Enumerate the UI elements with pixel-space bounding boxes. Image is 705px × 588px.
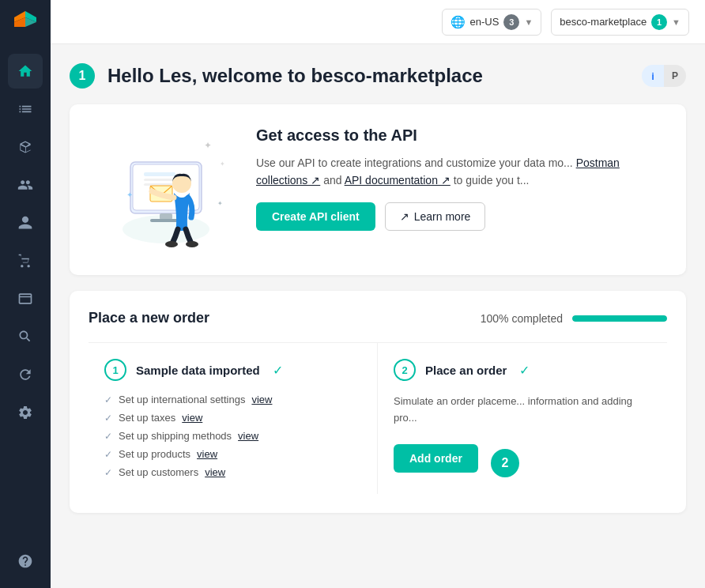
sidebar-nav (8, 54, 43, 544)
svg-text:✦: ✦ (204, 140, 212, 151)
svg-text:✦: ✦ (126, 190, 133, 199)
sidebar-bottom (8, 544, 43, 579)
progress-bar-fill (572, 315, 667, 322)
api-illustration: ✦ ✦ ✦ (95, 126, 237, 253)
step-item-text: Set up international settings (119, 394, 245, 405)
step1-items: ✓ Set up international settings view ✓ S… (104, 394, 361, 478)
info-p: P (664, 65, 686, 87)
step2-title: Place an order (425, 364, 507, 377)
info-icon: i (642, 65, 664, 87)
locale-chevron-icon: ▼ (524, 17, 533, 27)
step2-check-icon: ✓ (519, 363, 530, 378)
svg-point-17 (165, 241, 178, 247)
step-item-text: Set up taxes (119, 412, 175, 424)
step-item-text: Set up customers (119, 466, 198, 478)
step1-header: 1 Sample data imported ✓ (104, 359, 361, 381)
topbar: 🌐 en-US 3 ▼ besco-marketplace 1 ▼ (51, 0, 705, 44)
store-dropdown[interactable]: besco-marketplace 1 ▼ (551, 9, 689, 36)
sidebar (0, 0, 51, 588)
view-link[interactable]: view (205, 466, 225, 478)
steps-grid: 1 Sample data imported ✓ ✓ Set up intern… (89, 342, 667, 494)
sidebar-item-group[interactable] (8, 168, 43, 202)
external-link-icon: ↗ (400, 210, 409, 223)
api-doc-link[interactable]: API documentation ↗ (345, 174, 451, 187)
check-icon: ✓ (104, 413, 112, 424)
locale-count: 3 (503, 14, 519, 30)
step2-desc: Simulate an order placeme... information… (394, 394, 651, 427)
sidebar-item-refresh[interactable] (8, 357, 43, 392)
store-count: 1 (651, 14, 667, 30)
api-card-title: Get access to the API (256, 126, 661, 145)
step1-circle: 1 (104, 359, 126, 381)
sidebar-item-chart[interactable] (8, 92, 43, 126)
order-card-title: Place a new order (89, 310, 209, 326)
learn-more-button[interactable]: ↗ Learn more (385, 202, 486, 231)
list-item: ✓ Set up shipping methods view (104, 430, 361, 442)
list-item: ✓ Set up international settings view (104, 394, 361, 405)
info-pill: i P (642, 65, 686, 87)
check-icon: ✓ (104, 467, 112, 478)
step2-badge: 2 (491, 449, 519, 477)
order-card: Place a new order 100% completed 1 Sampl… (70, 291, 686, 513)
page-title: Hello Les, welcome to besco-marketplace (107, 65, 483, 87)
add-order-button[interactable]: Add order (394, 444, 478, 473)
step1-title: Sample data imported (136, 364, 260, 377)
step1-check-icon: ✓ (273, 363, 283, 378)
svg-point-18 (186, 241, 198, 247)
sidebar-item-home[interactable] (8, 54, 43, 89)
progress-label: 100% completed (481, 312, 563, 325)
sidebar-item-settings[interactable] (8, 395, 43, 430)
main-container: 🌐 en-US 3 ▼ besco-marketplace 1 ▼ 1 Hell… (51, 0, 705, 588)
sidebar-item-person[interactable] (8, 205, 43, 240)
step-item-text: Set up products (119, 448, 190, 460)
svg-text:✦: ✦ (217, 200, 223, 207)
list-item: ✓ Set up taxes view (104, 412, 361, 424)
api-card-desc: Use our API to create integrations and c… (256, 154, 661, 190)
store-chevron-icon: ▼ (672, 17, 680, 27)
order-card-header: Place a new order 100% completed (89, 310, 667, 326)
progress-bar (572, 315, 667, 322)
step2-circle: 2 (394, 359, 416, 381)
check-icon: ✓ (104, 431, 112, 442)
sidebar-item-cart[interactable] (8, 243, 43, 278)
sidebar-item-box[interactable] (8, 130, 43, 164)
list-item: ✓ Set up products view (104, 448, 361, 460)
create-api-button[interactable]: Create API client (256, 202, 375, 231)
locale-dropdown[interactable]: 🌐 en-US 3 ▼ (442, 9, 542, 36)
store-label: besco-marketplace (560, 16, 647, 28)
sidebar-item-search-user[interactable] (8, 319, 43, 354)
step2-header: 2 Place an order ✓ (394, 359, 651, 381)
view-link[interactable]: view (251, 394, 272, 405)
sidebar-item-help[interactable] (8, 544, 43, 579)
check-icon: ✓ (104, 394, 112, 405)
api-card: ✦ ✦ ✦ (70, 104, 686, 275)
list-item: ✓ Set up customers view (104, 466, 361, 478)
progress-section: 100% completed (481, 312, 667, 325)
step-badge: 1 (70, 63, 95, 89)
step2-col: 2 Place an order ✓ Simulate an order pla… (378, 343, 667, 494)
svg-rect-14 (160, 213, 172, 220)
view-link[interactable]: view (182, 412, 202, 424)
learn-more-label: Learn more (414, 210, 471, 223)
check-icon: ✓ (104, 449, 112, 460)
step-item-text: Set up shipping methods (119, 430, 232, 442)
step1-col: 1 Sample data imported ✓ ✓ Set up intern… (89, 343, 378, 494)
view-link[interactable]: view (238, 430, 258, 442)
main-content: 1 Hello Les, welcome to besco-marketplac… (51, 44, 705, 588)
page-header: 1 Hello Les, welcome to besco-marketplac… (70, 63, 686, 89)
api-card-content: Get access to the API Use our API to cre… (256, 126, 661, 253)
view-link[interactable]: view (197, 448, 217, 460)
locale-label: en-US (470, 16, 500, 28)
logo (11, 9, 40, 41)
svg-text:✦: ✦ (220, 160, 225, 168)
sidebar-item-card[interactable] (8, 281, 43, 316)
svg-rect-10 (144, 172, 175, 176)
globe-icon: 🌐 (451, 15, 466, 29)
api-card-actions: Create API client ↗ Learn more (256, 202, 661, 231)
